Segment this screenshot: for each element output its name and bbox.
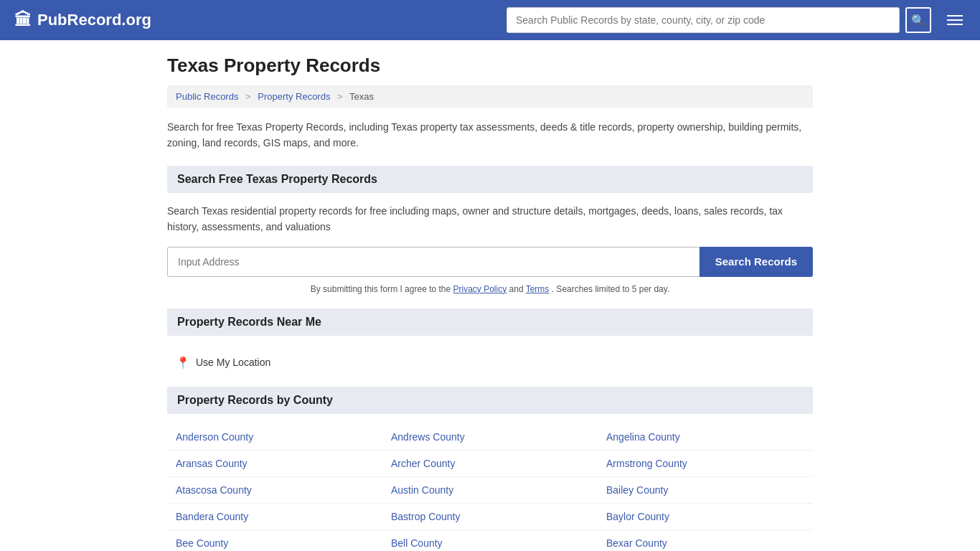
building-icon: 🏛 bbox=[14, 10, 32, 30]
use-my-location[interactable]: 📍 Use My Location bbox=[167, 350, 813, 375]
menu-line-1 bbox=[947, 15, 963, 17]
page-title: Texas Property Records bbox=[167, 55, 813, 77]
county-link[interactable]: Armstrong County bbox=[606, 458, 687, 469]
location-label: Use My Location bbox=[196, 357, 270, 368]
location-pin-icon: 📍 bbox=[176, 356, 190, 369]
county-section-title: Property Records by County bbox=[177, 394, 803, 407]
county-link[interactable]: Archer County bbox=[391, 458, 455, 469]
list-item: Austin County bbox=[382, 477, 598, 504]
list-item: Bandera County bbox=[167, 504, 382, 530]
county-link[interactable]: Angelina County bbox=[606, 431, 680, 443]
county-link[interactable]: Bee County bbox=[176, 537, 228, 549]
county-link[interactable]: Bailey County bbox=[606, 484, 668, 496]
address-input[interactable] bbox=[167, 247, 699, 277]
list-item: Bee County bbox=[167, 530, 382, 551]
county-link[interactable]: Baylor County bbox=[606, 511, 669, 522]
search-icon: 🔍 bbox=[911, 14, 925, 27]
menu-line-3 bbox=[947, 24, 963, 25]
disclaimer-text: By submitting this form I agree to the bbox=[311, 284, 453, 294]
breadcrumb-sep-2: > bbox=[337, 91, 343, 102]
logo-text: PubRecord.org bbox=[37, 11, 151, 29]
disclaimer-and: and bbox=[509, 284, 526, 294]
site-logo[interactable]: 🏛 PubRecord.org bbox=[14, 10, 151, 30]
breadcrumb-public-records[interactable]: Public Records bbox=[176, 91, 238, 102]
county-grid: Anderson CountyAndrews CountyAngelina Co… bbox=[167, 424, 813, 551]
county-link[interactable]: Atascosa County bbox=[176, 484, 252, 496]
list-item: Angelina County bbox=[598, 424, 813, 451]
list-item: Bexar County bbox=[598, 530, 813, 551]
list-item: Aransas County bbox=[167, 451, 382, 477]
breadcrumb: Public Records > Property Records > Texa… bbox=[167, 85, 813, 108]
near-me-title: Property Records Near Me bbox=[177, 316, 803, 329]
search-section-title: Search Free Texas Property Records bbox=[177, 173, 803, 186]
privacy-policy-link[interactable]: Privacy Policy bbox=[453, 284, 507, 294]
list-item: Bastrop County bbox=[382, 504, 598, 530]
list-item: Archer County bbox=[382, 451, 598, 477]
list-item: Atascosa County bbox=[167, 477, 382, 504]
county-section-header: Property Records by County bbox=[167, 387, 813, 414]
property-search-form: Search Records bbox=[167, 247, 813, 277]
disclaimer-end: . Searches limited to 5 per day. bbox=[552, 284, 670, 294]
site-header: 🏛 PubRecord.org 🔍 bbox=[0, 0, 980, 40]
search-records-button[interactable]: Search Records bbox=[699, 247, 813, 277]
menu-line-2 bbox=[947, 19, 963, 21]
list-item: Bell County bbox=[382, 530, 598, 551]
list-item: Bailey County bbox=[598, 477, 813, 504]
terms-link[interactable]: Terms bbox=[526, 284, 550, 294]
county-link[interactable]: Anderson County bbox=[176, 431, 253, 443]
county-link[interactable]: Austin County bbox=[391, 484, 453, 496]
list-item: Andrews County bbox=[382, 424, 598, 451]
county-link[interactable]: Bastrop County bbox=[391, 511, 461, 522]
list-item: Armstrong County bbox=[598, 451, 813, 477]
list-item: Baylor County bbox=[598, 504, 813, 530]
county-link[interactable]: Aransas County bbox=[176, 458, 248, 469]
breadcrumb-property-records[interactable]: Property Records bbox=[258, 91, 330, 102]
county-link[interactable]: Bell County bbox=[391, 537, 443, 549]
breadcrumb-sep-1: > bbox=[245, 91, 251, 102]
header-search-input[interactable] bbox=[507, 7, 900, 33]
search-section-description: Search Texas residential property record… bbox=[167, 203, 813, 235]
breadcrumb-texas: Texas bbox=[349, 91, 374, 102]
header-search-button[interactable]: 🔍 bbox=[905, 7, 931, 33]
form-disclaimer: By submitting this form I agree to the P… bbox=[167, 284, 813, 294]
county-link[interactable]: Bandera County bbox=[176, 511, 248, 522]
main-content: Texas Property Records Public Records > … bbox=[153, 40, 827, 551]
county-link[interactable]: Andrews County bbox=[391, 431, 465, 443]
near-me-section-header: Property Records Near Me bbox=[167, 309, 813, 336]
list-item: Anderson County bbox=[167, 424, 382, 451]
hamburger-menu-button[interactable] bbox=[944, 12, 966, 28]
header-search-area: 🔍 bbox=[507, 7, 966, 33]
county-link[interactable]: Bexar County bbox=[606, 537, 667, 549]
search-section-header: Search Free Texas Property Records bbox=[167, 166, 813, 193]
page-description: Search for free Texas Property Records, … bbox=[167, 119, 813, 151]
